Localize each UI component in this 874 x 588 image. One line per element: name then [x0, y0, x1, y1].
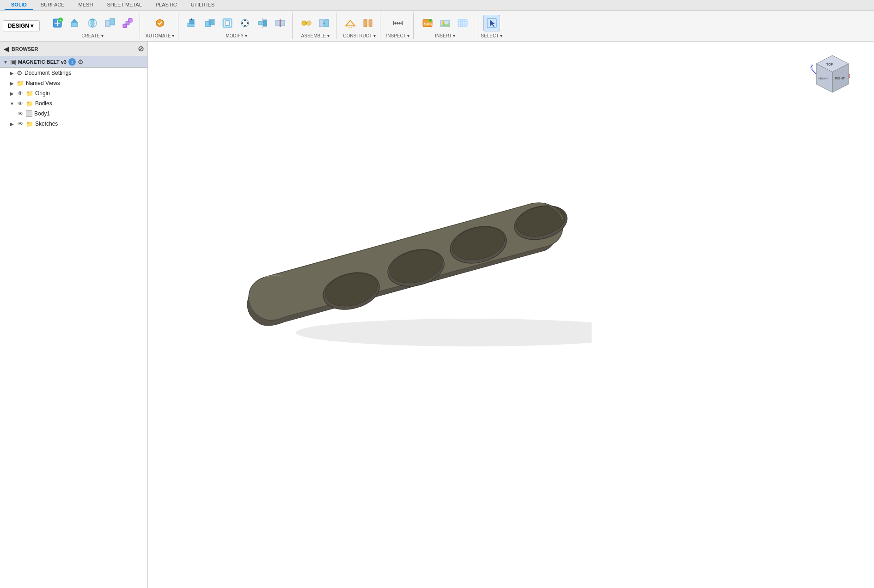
bodies-label: Bodies	[35, 100, 52, 107]
revolve-button[interactable]	[84, 15, 101, 31]
belt-3d-model	[176, 134, 592, 365]
combine-button[interactable]	[202, 15, 218, 31]
svg-point-8	[91, 19, 94, 27]
svg-line-11	[108, 18, 110, 20]
assemble-tools	[298, 13, 332, 32]
body1-label: Body1	[34, 110, 50, 117]
axis-button[interactable]	[360, 15, 376, 31]
new-component-button[interactable]: +	[49, 15, 66, 31]
push-pull-button[interactable]	[184, 15, 201, 31]
svg-rect-20	[223, 19, 232, 27]
root-settings-icon[interactable]: ⚙	[78, 58, 84, 66]
plane-button[interactable]	[342, 15, 359, 31]
browser-menu-icon[interactable]: ⊘	[138, 44, 144, 53]
svg-rect-44	[369, 19, 372, 27]
scale-button[interactable]	[102, 15, 118, 31]
modify-tools	[184, 13, 288, 32]
svg-rect-31	[258, 21, 262, 25]
extrude-button[interactable]	[67, 15, 83, 31]
insert-svg-button[interactable]: SVG+	[419, 15, 436, 31]
measure-button[interactable]	[390, 15, 406, 31]
svg-point-36	[302, 21, 306, 25]
create-label: CREATE ▾	[81, 33, 104, 38]
split-button[interactable]	[272, 15, 288, 31]
select-label: SELECT ▾	[481, 33, 502, 38]
doc-settings-chevron: ▶	[9, 70, 15, 76]
browser-title: BROWSER	[12, 46, 38, 52]
origin-chevron: ▶	[9, 91, 15, 96]
svg-text:Z: Z	[810, 64, 813, 69]
pattern-button[interactable]	[119, 15, 136, 31]
browser-item-bodies[interactable]: ▼ 👁 📁 Bodies	[0, 98, 147, 109]
sketches-folder-icon: 📁	[26, 120, 33, 127]
bodies-eye-icon[interactable]: 👁	[17, 100, 24, 107]
automate-tools	[152, 13, 168, 32]
tab-mesh[interactable]: MESH	[72, 0, 100, 10]
tab-sheet-metal[interactable]: SHEET METAL	[100, 0, 148, 10]
svg-rect-14	[128, 18, 132, 22]
root-item-label: MAGNETIC BELT v3	[18, 59, 67, 65]
tab-surface[interactable]: SURFACE	[34, 0, 71, 10]
rigid-group-button[interactable]	[316, 15, 332, 31]
svg-rect-19	[209, 19, 214, 25]
viewport[interactable]: Z X TOP RIGHT FRONT	[148, 42, 874, 588]
joint-button[interactable]	[298, 15, 315, 31]
body1-body-icon	[26, 110, 32, 117]
canvas-button[interactable]	[454, 15, 471, 31]
decal-button[interactable]	[437, 15, 453, 31]
select-section: SELECT ▾	[477, 12, 506, 39]
assemble-section: ASSEMBLE ▾	[294, 12, 336, 39]
root-item[interactable]: ▼ ▣ MAGNETIC BELT v3 i ⚙	[0, 56, 147, 68]
browser-item-origin[interactable]: ▶ 👁 📁 Origin	[0, 88, 147, 98]
svg-text:SVG: SVG	[424, 22, 433, 26]
bodies-chevron: ▼	[9, 101, 15, 106]
tab-plastic[interactable]: PLASTIC	[149, 0, 183, 10]
browser-item-document-settings[interactable]: ▶ ⚙ Document Settings	[0, 68, 147, 78]
named-views-chevron: ▶	[9, 80, 15, 86]
svg-rect-5	[71, 22, 78, 27]
move-button[interactable]	[237, 15, 253, 31]
browser-item-sketches[interactable]: ▶ 👁 📁 Sketches	[0, 119, 147, 129]
named-views-folder-icon: 📁	[17, 79, 24, 87]
svg-text:+: +	[60, 18, 62, 22]
tab-solid[interactable]: SOLID	[5, 0, 33, 10]
browser-collapse-icon[interactable]: ◀	[4, 45, 9, 53]
svg-rect-10	[110, 18, 115, 25]
inspect-label: INSPECT ▾	[386, 33, 409, 38]
automate-button[interactable]	[152, 15, 168, 31]
select-button[interactable]	[483, 15, 500, 31]
sketches-chevron: ▶	[9, 121, 15, 127]
origin-label: Origin	[35, 90, 50, 97]
body1-eye-icon[interactable]: 👁	[17, 110, 24, 117]
shell-button[interactable]	[219, 15, 236, 31]
browser-item-named-views[interactable]: ▶ 📁 Named Views	[0, 78, 147, 88]
construct-tools	[342, 13, 376, 32]
create-tools: +	[49, 13, 136, 32]
browser-header: ◀ BROWSER ⊘	[0, 42, 147, 56]
inspect-section: INSPECT ▾	[382, 12, 414, 39]
root-folder-icon: ▣	[10, 58, 16, 66]
svg-rect-21	[225, 21, 230, 25]
construct-label: CONSTRUCT ▾	[343, 33, 375, 38]
insert-label: INSERT ▾	[435, 33, 455, 38]
toolbar-content: DESIGN ▾ + CREATE ▾	[0, 11, 874, 41]
tab-utilities[interactable]: UTILITIES	[184, 0, 221, 10]
svg-rect-41	[324, 19, 329, 27]
sketches-label: Sketches	[35, 121, 58, 127]
align-button[interactable]	[254, 15, 271, 31]
sketches-eye-icon[interactable]: 👁	[17, 120, 24, 127]
toolbar-tabs: SOLID SURFACE MESH SHEET METAL PLASTIC U…	[0, 0, 874, 11]
origin-eye-icon[interactable]: 👁	[17, 90, 24, 97]
svg-rect-9	[105, 20, 110, 27]
svg-rect-43	[364, 19, 367, 27]
origin-folder-icon: 📁	[26, 90, 33, 97]
design-button[interactable]: DESIGN ▾	[3, 20, 40, 31]
bodies-folder-icon: 📁	[26, 100, 33, 107]
doc-settings-label: Document Settings	[24, 70, 71, 76]
info-icon[interactable]: i	[68, 58, 76, 66]
toolbar: SOLID SURFACE MESH SHEET METAL PLASTIC U…	[0, 0, 874, 42]
select-tools	[483, 13, 500, 32]
svg-text:FRONT: FRONT	[819, 77, 828, 80]
view-cube[interactable]: Z X TOP RIGHT FRONT	[809, 51, 856, 97]
browser-item-body1[interactable]: 👁 Body1	[0, 109, 147, 119]
